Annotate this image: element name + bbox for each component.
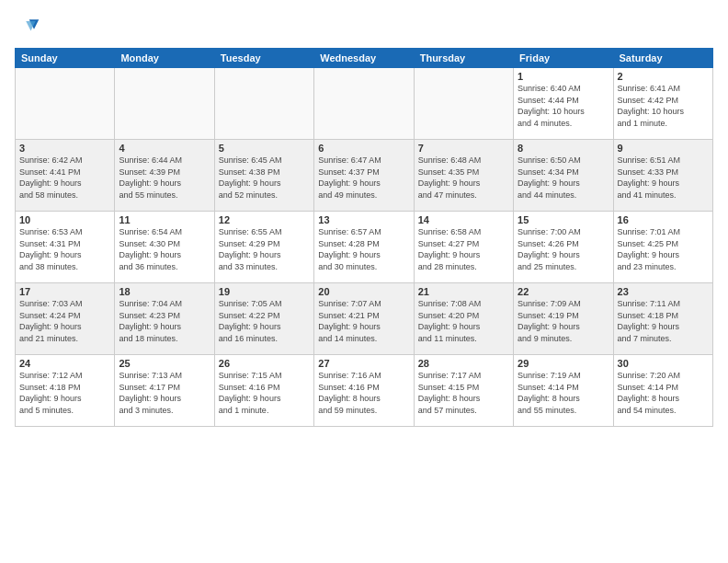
day-info: Sunrise: 7:17 AM Sunset: 4:15 PM Dayligh… bbox=[418, 370, 509, 416]
day-info: Sunrise: 6:48 AM Sunset: 4:35 PM Dayligh… bbox=[418, 155, 509, 201]
day-cell: 12Sunrise: 6:55 AM Sunset: 4:29 PM Dayli… bbox=[214, 212, 313, 283]
day-cell: 14Sunrise: 6:58 AM Sunset: 4:27 PM Dayli… bbox=[414, 212, 513, 283]
day-cell: 28Sunrise: 7:17 AM Sunset: 4:15 PM Dayli… bbox=[414, 355, 513, 427]
day-cell: 24Sunrise: 7:12 AM Sunset: 4:18 PM Dayli… bbox=[16, 355, 115, 427]
day-number: 10 bbox=[19, 214, 110, 225]
day-info: Sunrise: 6:53 AM Sunset: 4:31 PM Dayligh… bbox=[19, 226, 110, 272]
day-cell: 3Sunrise: 6:42 AM Sunset: 4:41 PM Daylig… bbox=[16, 140, 115, 212]
day-number: 11 bbox=[119, 214, 210, 225]
day-cell: 16Sunrise: 7:01 AM Sunset: 4:25 PM Dayli… bbox=[613, 212, 712, 283]
day-cell: 2Sunrise: 6:41 AM Sunset: 4:42 PM Daylig… bbox=[613, 68, 712, 140]
day-info: Sunrise: 7:09 AM Sunset: 4:19 PM Dayligh… bbox=[518, 298, 609, 344]
day-number: 26 bbox=[219, 358, 310, 369]
header bbox=[15, 11, 713, 40]
col-header-tuesday: Tuesday bbox=[214, 49, 313, 68]
day-number: 19 bbox=[219, 286, 310, 297]
day-number: 8 bbox=[518, 143, 609, 154]
day-info: Sunrise: 6:45 AM Sunset: 4:38 PM Dayligh… bbox=[219, 155, 310, 201]
day-number: 6 bbox=[318, 143, 409, 154]
day-info: Sunrise: 6:51 AM Sunset: 4:33 PM Dayligh… bbox=[618, 155, 709, 201]
page: SundayMondayTuesdayWednesdayThursdayFrid… bbox=[0, 0, 728, 563]
day-cell: 22Sunrise: 7:09 AM Sunset: 4:19 PM Dayli… bbox=[514, 283, 613, 355]
day-cell: 11Sunrise: 6:54 AM Sunset: 4:30 PM Dayli… bbox=[115, 212, 214, 283]
day-number: 21 bbox=[418, 286, 509, 297]
col-header-monday: Monday bbox=[115, 49, 214, 68]
day-number: 27 bbox=[318, 358, 409, 369]
day-number: 12 bbox=[219, 214, 310, 225]
day-cell: 1Sunrise: 6:40 AM Sunset: 4:44 PM Daylig… bbox=[514, 68, 613, 140]
calendar-body: 1Sunrise: 6:40 AM Sunset: 4:44 PM Daylig… bbox=[16, 68, 713, 427]
week-row-3: 10Sunrise: 6:53 AM Sunset: 4:31 PM Dayli… bbox=[16, 212, 713, 283]
day-number: 29 bbox=[518, 358, 609, 369]
day-cell: 7Sunrise: 6:48 AM Sunset: 4:35 PM Daylig… bbox=[414, 140, 513, 212]
day-info: Sunrise: 7:07 AM Sunset: 4:21 PM Dayligh… bbox=[318, 298, 409, 344]
day-info: Sunrise: 6:54 AM Sunset: 4:30 PM Dayligh… bbox=[119, 226, 210, 272]
day-cell: 27Sunrise: 7:16 AM Sunset: 4:16 PM Dayli… bbox=[314, 355, 414, 427]
day-info: Sunrise: 6:50 AM Sunset: 4:34 PM Dayligh… bbox=[518, 155, 609, 201]
day-number: 14 bbox=[418, 214, 509, 225]
day-info: Sunrise: 7:00 AM Sunset: 4:26 PM Dayligh… bbox=[518, 226, 609, 272]
day-info: Sunrise: 7:16 AM Sunset: 4:16 PM Dayligh… bbox=[318, 370, 409, 416]
day-cell: 18Sunrise: 7:04 AM Sunset: 4:23 PM Dayli… bbox=[115, 283, 214, 355]
day-number: 13 bbox=[318, 214, 409, 225]
day-info: Sunrise: 7:15 AM Sunset: 4:16 PM Dayligh… bbox=[219, 370, 310, 416]
day-number: 16 bbox=[618, 214, 709, 225]
day-info: Sunrise: 7:11 AM Sunset: 4:18 PM Dayligh… bbox=[618, 298, 709, 344]
day-info: Sunrise: 7:08 AM Sunset: 4:20 PM Dayligh… bbox=[418, 298, 509, 344]
day-number: 5 bbox=[219, 143, 310, 154]
week-row-4: 17Sunrise: 7:03 AM Sunset: 4:24 PM Dayli… bbox=[16, 283, 713, 355]
day-cell: 26Sunrise: 7:15 AM Sunset: 4:16 PM Dayli… bbox=[214, 355, 313, 427]
day-cell: 10Sunrise: 6:53 AM Sunset: 4:31 PM Dayli… bbox=[16, 212, 115, 283]
day-info: Sunrise: 7:20 AM Sunset: 4:14 PM Dayligh… bbox=[618, 370, 709, 416]
day-info: Sunrise: 7:12 AM Sunset: 4:18 PM Dayligh… bbox=[19, 370, 110, 416]
day-number: 30 bbox=[618, 358, 709, 369]
day-info: Sunrise: 6:58 AM Sunset: 4:27 PM Dayligh… bbox=[418, 226, 509, 272]
col-header-friday: Friday bbox=[514, 49, 613, 68]
day-cell: 15Sunrise: 7:00 AM Sunset: 4:26 PM Dayli… bbox=[514, 212, 613, 283]
day-number: 17 bbox=[19, 286, 110, 297]
day-number: 4 bbox=[119, 143, 210, 154]
day-cell: 5Sunrise: 6:45 AM Sunset: 4:38 PM Daylig… bbox=[214, 140, 313, 212]
day-cell bbox=[16, 68, 115, 140]
week-row-5: 24Sunrise: 7:12 AM Sunset: 4:18 PM Dayli… bbox=[16, 355, 713, 427]
day-cell: 29Sunrise: 7:19 AM Sunset: 4:14 PM Dayli… bbox=[514, 355, 613, 427]
day-info: Sunrise: 6:42 AM Sunset: 4:41 PM Dayligh… bbox=[19, 155, 110, 201]
col-header-wednesday: Wednesday bbox=[314, 49, 414, 68]
day-info: Sunrise: 6:55 AM Sunset: 4:29 PM Dayligh… bbox=[219, 226, 310, 272]
day-info: Sunrise: 7:19 AM Sunset: 4:14 PM Dayligh… bbox=[518, 370, 609, 416]
week-row-2: 3Sunrise: 6:42 AM Sunset: 4:41 PM Daylig… bbox=[16, 140, 713, 212]
day-cell bbox=[414, 68, 513, 140]
day-info: Sunrise: 6:47 AM Sunset: 4:37 PM Dayligh… bbox=[318, 155, 409, 201]
day-cell: 6Sunrise: 6:47 AM Sunset: 4:37 PM Daylig… bbox=[314, 140, 414, 212]
day-cell: 20Sunrise: 7:07 AM Sunset: 4:21 PM Dayli… bbox=[314, 283, 414, 355]
day-cell bbox=[314, 68, 414, 140]
day-info: Sunrise: 6:57 AM Sunset: 4:28 PM Dayligh… bbox=[318, 226, 409, 272]
day-info: Sunrise: 7:05 AM Sunset: 4:22 PM Dayligh… bbox=[219, 298, 310, 344]
day-cell: 9Sunrise: 6:51 AM Sunset: 4:33 PM Daylig… bbox=[613, 140, 712, 212]
day-cell: 4Sunrise: 6:44 AM Sunset: 4:39 PM Daylig… bbox=[115, 140, 214, 212]
day-cell: 19Sunrise: 7:05 AM Sunset: 4:22 PM Dayli… bbox=[214, 283, 313, 355]
day-info: Sunrise: 6:40 AM Sunset: 4:44 PM Dayligh… bbox=[518, 83, 609, 129]
day-info: Sunrise: 7:04 AM Sunset: 4:23 PM Dayligh… bbox=[119, 298, 210, 344]
day-number: 22 bbox=[518, 286, 609, 297]
day-number: 3 bbox=[19, 143, 110, 154]
day-number: 9 bbox=[618, 143, 709, 154]
col-header-sunday: Sunday bbox=[16, 49, 115, 68]
day-cell: 17Sunrise: 7:03 AM Sunset: 4:24 PM Dayli… bbox=[16, 283, 115, 355]
day-number: 15 bbox=[518, 214, 609, 225]
col-header-saturday: Saturday bbox=[613, 49, 712, 68]
day-number: 1 bbox=[518, 71, 609, 82]
day-info: Sunrise: 6:41 AM Sunset: 4:42 PM Dayligh… bbox=[618, 83, 709, 129]
day-number: 20 bbox=[318, 286, 409, 297]
week-row-1: 1Sunrise: 6:40 AM Sunset: 4:44 PM Daylig… bbox=[16, 68, 713, 140]
calendar-table: SundayMondayTuesdayWednesdayThursdayFrid… bbox=[15, 48, 713, 427]
day-info: Sunrise: 7:01 AM Sunset: 4:25 PM Dayligh… bbox=[618, 226, 709, 272]
logo-icon bbox=[15, 15, 40, 40]
day-cell: 25Sunrise: 7:13 AM Sunset: 4:17 PM Dayli… bbox=[115, 355, 214, 427]
day-cell bbox=[214, 68, 313, 140]
day-cell: 21Sunrise: 7:08 AM Sunset: 4:20 PM Dayli… bbox=[414, 283, 513, 355]
day-number: 28 bbox=[418, 358, 509, 369]
day-cell: 13Sunrise: 6:57 AM Sunset: 4:28 PM Dayli… bbox=[314, 212, 414, 283]
day-info: Sunrise: 7:13 AM Sunset: 4:17 PM Dayligh… bbox=[119, 370, 210, 416]
day-info: Sunrise: 6:44 AM Sunset: 4:39 PM Dayligh… bbox=[119, 155, 210, 201]
